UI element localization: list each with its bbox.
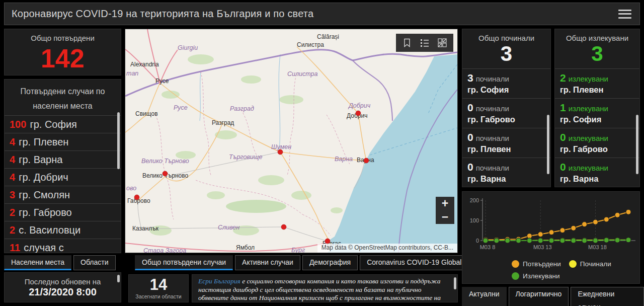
tab[interactable]: Активни случаи [235, 255, 300, 270]
stat-row[interactable]: 0починалигр. Плевен [462, 128, 550, 158]
data-point[interactable] [549, 238, 554, 243]
data-point[interactable] [538, 238, 543, 243]
legend-label: Починали [580, 260, 611, 268]
place-row[interactable]: 11случая с неопределена [5, 239, 121, 253]
tab[interactable]: Актуални [462, 287, 507, 306]
cases-line-chart[interactable]: M03 8M03 13M03 180100200 [462, 194, 640, 254]
tab[interactable]: Coronavirus COVID-19 Global [360, 255, 468, 270]
place-row[interactable]: 4гр. Добрич [5, 168, 121, 186]
note-scrollbar[interactable] [454, 277, 456, 289]
case-dot[interactable] [134, 195, 139, 200]
tab[interactable]: Области [73, 255, 115, 270]
data-point[interactable] [615, 238, 620, 243]
data-point[interactable] [571, 225, 576, 231]
case-dot[interactable] [278, 149, 283, 155]
stat-row[interactable]: 0починалигр. Габрово [462, 98, 550, 128]
tab[interactable]: Демография [302, 255, 358, 270]
stat-unit: излекувани [569, 74, 608, 83]
stat-row[interactable]: 1излекуванигр. София [555, 98, 639, 128]
esri-note-text: Есри България е социално отговорна компа… [198, 277, 451, 302]
deaths-list: 3починалигр. София0починалигр. Габрово0п… [462, 68, 550, 187]
map-label: Шумен [271, 143, 291, 150]
updated-scrollbar[interactable] [117, 275, 120, 282]
stat-row[interactable]: 2излекуванигр. Плевен [555, 68, 639, 98]
data-point[interactable] [483, 238, 488, 243]
zoom-out-button[interactable]: − [436, 210, 454, 224]
data-point[interactable] [593, 238, 598, 243]
data-point[interactable] [505, 238, 510, 243]
bookmark-icon[interactable] [402, 38, 412, 48]
basemap-icon[interactable] [437, 38, 447, 48]
map-canvas[interactable]: CălărașiСилистраGiurgiuAlexandriamanРусе… [125, 29, 457, 253]
case-dot[interactable] [356, 111, 361, 116]
y-tick-label: 0 [476, 238, 479, 244]
data-point[interactable] [516, 238, 521, 243]
map-tabs: Общо потвърдени случаиАктивни случаиДемо… [135, 255, 468, 270]
data-point[interactable] [604, 238, 609, 243]
map-panel[interactable]: CălărașiСилистраGiurgiuAlexandriamanРусе… [125, 29, 458, 253]
data-point[interactable] [527, 234, 532, 239]
map-label: Русе [174, 104, 188, 111]
tab[interactable]: Общо потвърдени случаи [135, 255, 233, 270]
confirmed-total-value: 142 [5, 43, 121, 73]
stat-place: гр. София [467, 85, 545, 95]
deaths-scrollbar[interactable] [547, 115, 549, 174]
data-point[interactable] [615, 212, 620, 217]
deaths-total-value: 3 [462, 42, 550, 65]
place-count: 4 [10, 172, 15, 183]
stat-row[interactable]: 0излекуванигр. Варна [555, 158, 639, 187]
place-row[interactable]: 4гр. Плевен [5, 133, 121, 150]
tab[interactable]: Населени места [4, 255, 71, 270]
place-row[interactable]: 100гр. София [5, 115, 121, 133]
case-dot[interactable] [325, 239, 330, 244]
data-point[interactable] [571, 238, 576, 243]
confirmed-by-place-title: Потвърдени случаи по населени места [5, 80, 121, 115]
place-count: 2 [10, 224, 15, 236]
affected-areas-value: 14 [129, 276, 188, 293]
map-label: Търговище [229, 154, 262, 161]
case-dot[interactable] [281, 224, 286, 230]
tab[interactable]: Логаритмично [509, 287, 569, 306]
data-point[interactable] [593, 219, 598, 224]
data-point[interactable] [538, 232, 543, 237]
stat-count: 0 [467, 131, 473, 143]
data-point[interactable] [582, 222, 587, 227]
data-point[interactable] [626, 209, 631, 214]
data-point[interactable] [604, 217, 609, 222]
tab[interactable]: Ежедневни случаи [571, 287, 644, 306]
menu-icon[interactable] [618, 10, 631, 19]
place-row[interactable]: 2гр. Габрово [5, 203, 121, 221]
place-row[interactable]: 3гр. Смолян [5, 186, 121, 203]
stat-row[interactable]: 3починалигр. София [462, 68, 550, 98]
place-row[interactable]: 2с. Василовци [5, 221, 121, 239]
data-point[interactable] [549, 230, 554, 235]
place-name: гр. Смолян [19, 188, 70, 201]
data-point[interactable] [560, 238, 565, 243]
case-dot[interactable] [364, 158, 369, 163]
zoom-in-button[interactable]: + [436, 197, 454, 210]
stat-row[interactable]: 0излекуванигр. Габрово [555, 128, 639, 158]
map-toolbox [396, 34, 453, 52]
affected-areas-label: Засегнати области [129, 293, 188, 299]
recovered-panel: Общо излекувани 3 2излекуванигр. Плевен1… [554, 29, 640, 187]
stat-row[interactable]: 0починалигр. Варна [462, 158, 550, 187]
last-updated-value: 21/3/2020 8:00 [5, 286, 121, 298]
stat-place: гр. Плевен [467, 144, 545, 154]
esri-link[interactable]: Есри България [198, 277, 240, 285]
recovered-scrollbar[interactable] [636, 115, 638, 174]
place-row[interactable]: 4гр. Варна [5, 150, 121, 168]
legend-list-icon[interactable] [420, 38, 430, 48]
case-dot[interactable] [163, 171, 168, 176]
data-point[interactable] [582, 238, 587, 243]
legend-label: Потвърдени [523, 260, 561, 268]
places-scrollbar[interactable] [117, 112, 120, 169]
map-label: Разград [212, 119, 234, 126]
data-point[interactable] [626, 238, 631, 243]
place-count: 4 [10, 154, 15, 166]
left-tabs: Населени местаОбласти [4, 255, 116, 270]
data-point[interactable] [560, 228, 565, 233]
legend-dot [569, 260, 577, 268]
place-name: гр. Габрово [19, 206, 72, 219]
data-point[interactable] [527, 238, 532, 243]
data-point[interactable] [494, 238, 499, 243]
